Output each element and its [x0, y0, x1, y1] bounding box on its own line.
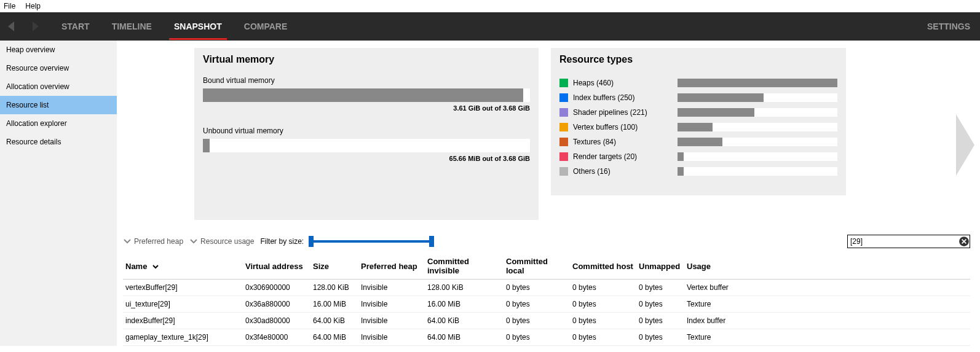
chevron-down-icon — [189, 237, 198, 246]
cell-name: indexBuffer[29] — [123, 313, 243, 329]
vm-unbound-meter — [203, 139, 530, 152]
cell-pheap: Invisible — [358, 296, 425, 313]
cell-size: 128.00 KiB — [310, 280, 358, 296]
resource-type-label: Shader pipelines (221) — [573, 108, 678, 117]
resource-type-row[interactable]: Others (16) — [559, 165, 837, 178]
vm-bound-label: Bound virtual memory — [203, 76, 530, 85]
cell-pheap: Invisible — [358, 313, 425, 329]
filter-resource-usage-label: Resource usage — [200, 237, 254, 246]
sidebar-item-resource-overview[interactable]: Resource overview — [0, 59, 117, 77]
sidebar-item-heap-overview[interactable]: Heap overview — [0, 41, 117, 59]
sidebar-item-allocation-overview[interactable]: Allocation overview — [0, 77, 117, 96]
cell-addr: 0x30ad80000 — [243, 313, 310, 329]
tab-snapshot[interactable]: SNAPSHOT — [174, 13, 222, 40]
svg-marker-1 — [33, 22, 39, 31]
vm-bound-stat: 3.61 GiB out of 3.68 GiB — [203, 104, 530, 112]
sidebar-item-resource-list[interactable]: Resource list — [0, 96, 117, 114]
table-row[interactable]: vertexBuffer[29]0x306900000128.00 KiBInv… — [123, 280, 970, 296]
resource-type-swatch — [559, 93, 568, 102]
resource-type-label: Render targets (20) — [573, 152, 678, 161]
cell-unmap: 0 bytes — [636, 280, 684, 296]
cell-cloc: 0 bytes — [504, 313, 570, 329]
triangle-right-icon — [29, 20, 41, 33]
cell-chost: 0 bytes — [570, 296, 636, 313]
tab-settings[interactable]: SETTINGS — [927, 22, 970, 31]
main-tabs: START TIMELINE SNAPSHOT COMPARE — [61, 13, 287, 40]
col-size[interactable]: Size — [310, 253, 358, 280]
clear-search-button[interactable] — [958, 236, 970, 247]
resource-type-row[interactable]: Heaps (460) — [559, 76, 837, 90]
cell-unmap: 0 bytes — [636, 329, 684, 346]
resource-type-row[interactable]: Render targets (20) — [559, 150, 837, 163]
filter-by-size-label: Filter by size: — [260, 237, 304, 246]
col-committed-host[interactable]: Committed host — [570, 253, 636, 280]
col-committed-local[interactable]: Committed local — [504, 253, 570, 280]
cell-cinv: 64.00 MiB — [425, 329, 504, 346]
resource-type-row[interactable]: Shader pipelines (221) — [559, 106, 837, 119]
col-name[interactable]: Name — [123, 253, 243, 280]
resource-type-row[interactable]: Vertex buffers (100) — [559, 120, 837, 134]
resource-type-row[interactable]: Textures (84) — [559, 135, 837, 149]
sort-desc-icon — [152, 263, 159, 270]
cell-chost: 0 bytes — [570, 329, 636, 346]
sidebar-item-allocation-explorer[interactable]: Allocation explorer — [0, 114, 117, 133]
cell-usage: Vertex buffer — [684, 280, 970, 296]
resource-type-bar — [678, 108, 837, 117]
resource-type-row[interactable]: Index buffers (250) — [559, 91, 837, 104]
resource-type-label: Textures (84) — [573, 138, 678, 146]
cell-size: 64.00 KiB — [310, 313, 358, 329]
col-committed-invisible[interactable]: Committed invisible — [425, 253, 504, 280]
resource-type-bar — [678, 93, 837, 102]
cell-size: 64.00 MiB — [310, 329, 358, 346]
cell-addr: 0x36a880000 — [243, 296, 310, 313]
col-unmapped[interactable]: Unmapped — [636, 253, 684, 280]
table-row[interactable]: gameplay_texture_1k[29]0x3f4e8000064.00 … — [123, 329, 970, 346]
table-row[interactable]: indexBuffer[29]0x30ad8000064.00 KiBInvis… — [123, 313, 970, 329]
vm-unbound-stat: 65.66 MiB out of 3.68 GiB — [203, 155, 530, 162]
slider-thumb-max[interactable] — [429, 236, 434, 247]
slider-thumb-min[interactable] — [309, 236, 314, 247]
menu-help[interactable]: Help — [25, 2, 41, 10]
menu-file[interactable]: File — [4, 2, 15, 10]
resource-types-panel: Resource types Heaps (460)Index buffers … — [551, 48, 846, 195]
cell-cloc: 0 bytes — [504, 280, 570, 296]
resource-type-bar — [678, 123, 837, 131]
nav-back-button[interactable] — [4, 18, 20, 34]
resource-type-swatch — [559, 152, 568, 161]
search-input[interactable] — [848, 237, 958, 246]
col-virtual-address[interactable]: Virtual address — [243, 253, 310, 280]
svg-marker-0 — [8, 22, 14, 31]
resource-type-label: Others (16) — [573, 167, 678, 176]
cell-size: 16.00 MiB — [310, 296, 358, 313]
resource-type-bar — [678, 152, 837, 161]
cell-addr: 0x3f4e80000 — [243, 329, 310, 346]
cell-pheap: Invisible — [358, 329, 425, 346]
cell-usage: Index buffer — [684, 313, 970, 329]
resource-type-swatch — [559, 123, 568, 131]
cell-cinv: 16.00 MiB — [425, 296, 504, 313]
sidebar-item-resource-details[interactable]: Resource details — [0, 133, 117, 151]
tab-start[interactable]: START — [61, 13, 90, 40]
nav-forward-button[interactable] — [27, 18, 43, 34]
cell-usage: Texture — [684, 329, 970, 346]
resource-type-swatch — [559, 79, 568, 87]
resource-type-bar — [678, 138, 837, 146]
table-row[interactable]: ui_texture[29]0x36a88000016.00 MiBInvisi… — [123, 296, 970, 313]
filter-preferred-heap[interactable]: Preferred heap — [123, 237, 183, 246]
cell-chost: 0 bytes — [570, 313, 636, 329]
tab-timeline[interactable]: TIMELINE — [112, 13, 152, 40]
tab-compare[interactable]: COMPARE — [244, 13, 288, 40]
menubar: File Help — [0, 0, 980, 12]
cell-name: gameplay_texture_1k[29] — [123, 329, 243, 346]
cell-cinv: 128.00 KiB — [425, 280, 504, 296]
close-icon — [958, 236, 970, 247]
resource-table: Name Virtual address Size Preferred heap… — [123, 253, 970, 346]
col-usage[interactable]: Usage — [684, 253, 970, 280]
cell-usage: Texture — [684, 296, 970, 313]
col-preferred-heap[interactable]: Preferred heap — [358, 253, 425, 280]
size-range-slider[interactable] — [310, 235, 433, 248]
filter-resource-usage[interactable]: Resource usage — [189, 237, 254, 246]
filters-row: Preferred heap Resource usage Filter by … — [117, 220, 980, 251]
cell-addr: 0x306900000 — [243, 280, 310, 296]
vm-bound-meter — [203, 88, 530, 102]
